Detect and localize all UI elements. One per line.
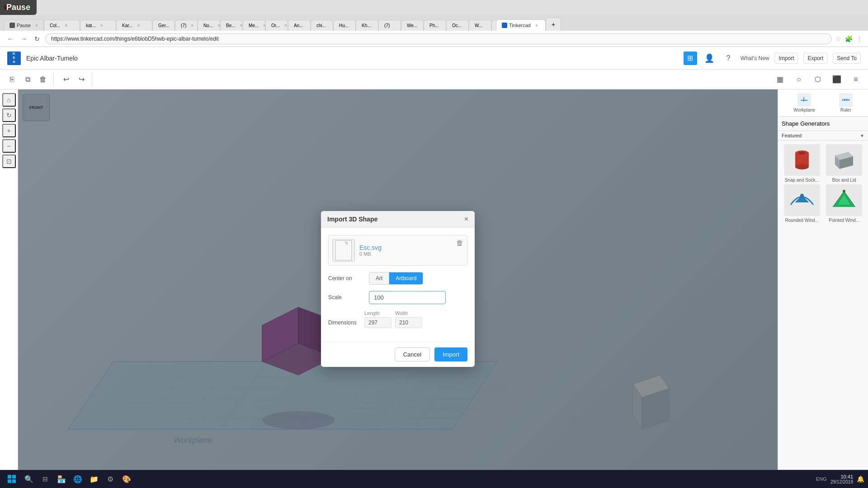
import-modal: Import 3D Shape ×	[321, 211, 475, 367]
taskbar-files[interactable]: 📁	[87, 472, 101, 486]
tab-te[interactable]: Te...	[491, 20, 496, 31]
view-mode-grid[interactable]: ▦	[773, 73, 787, 86]
taskbar-search[interactable]: 🔍	[22, 472, 36, 486]
app-title: Epic Albar-Tumelo	[26, 55, 678, 62]
width-value: 210	[395, 317, 422, 328]
tab-tinkercad[interactable]: Tinkercad ×	[496, 19, 546, 31]
home-btn[interactable]: ⌂	[2, 93, 16, 107]
extensions-icon[interactable]: 🧩	[845, 35, 853, 42]
tab-close-pause[interactable]: ×	[35, 23, 38, 28]
rounded-wind-thumb	[784, 184, 820, 216]
tab-col[interactable]: Col...×	[44, 20, 80, 31]
refresh-btn[interactable]: ↻	[33, 34, 42, 43]
zoom-out-btn[interactable]: −	[2, 139, 16, 153]
workplane-tool[interactable]: Workplane	[793, 93, 815, 113]
taskbar-blender[interactable]: 🎨	[119, 472, 134, 486]
file-row: Esc.svg 0 MB 🗑	[328, 235, 467, 266]
rotate-btn[interactable]: ↻	[2, 108, 16, 122]
tab-no[interactable]: No...×	[198, 20, 220, 31]
view-mode-box[interactable]: ⬛	[830, 73, 844, 86]
person-icon-btn[interactable]: 👤	[703, 52, 716, 65]
delete-btn[interactable]: 🗑	[36, 73, 50, 86]
tab-7[interactable]: (7)×	[175, 20, 198, 31]
tab-kh[interactable]: Kh...	[356, 20, 378, 31]
box-lid-thumb	[826, 144, 862, 176]
svg-point-41	[843, 190, 845, 192]
taskbar-date-value: 29/12/2018	[830, 479, 853, 484]
width-field: Width 210	[395, 310, 422, 328]
undo-btn[interactable]: ↩	[59, 73, 73, 86]
scale-label: Scale	[328, 294, 364, 300]
paste-btn[interactable]: ⧉	[21, 73, 34, 86]
tab-or[interactable]: Or...×	[265, 20, 288, 31]
dropdown-chevron[interactable]: ▼	[860, 133, 864, 138]
shape-box-lid[interactable]: Box and Lid	[824, 144, 865, 183]
featured-header: Featured ▼	[778, 131, 868, 141]
bookmark-icon[interactable]: ☆	[835, 35, 841, 42]
tab-ph[interactable]: Ph...	[424, 20, 446, 31]
view-mode-hex[interactable]: ⬡	[811, 73, 825, 86]
grid-view-btn[interactable]: ⊞	[684, 52, 697, 65]
tab-bar: Pause × Col...× kat...× Kar...× Ger...× …	[0, 14, 868, 31]
taskbar-edge[interactable]: 🌐	[71, 472, 85, 486]
import-btn[interactable]: Import	[774, 53, 798, 64]
tab-hu[interactable]: Hu...	[333, 20, 356, 31]
view-mode-list[interactable]: ≡	[849, 73, 863, 86]
tab-chi[interactable]: chi...	[311, 20, 333, 31]
modal-close-btn[interactable]: ×	[464, 216, 468, 223]
modal-title: Import 3D Shape	[327, 216, 377, 223]
export-btn[interactable]: Export	[803, 53, 827, 64]
center-on-label: Center on	[328, 275, 364, 282]
tab-pause[interactable]: Pause ×	[4, 19, 44, 31]
shape-rounded-wind[interactable]: Rounded Wind...	[782, 184, 822, 223]
notification-icon[interactable]: 🔔	[857, 475, 864, 483]
tab-kat2[interactable]: Kar...×	[116, 20, 152, 31]
length-value: 297	[364, 317, 392, 328]
fit-btn[interactable]: ⊡	[2, 155, 16, 168]
menu-icon[interactable]: ⋮	[856, 35, 863, 42]
forward-btn[interactable]: →	[19, 34, 29, 43]
shape-pointed-wind[interactable]: Pointed Wind...	[824, 184, 865, 223]
back-btn[interactable]: ←	[5, 34, 15, 43]
tab-an[interactable]: An...	[288, 20, 311, 31]
tab-me[interactable]: Me...×	[243, 20, 265, 31]
cancel-btn[interactable]: Cancel	[395, 347, 430, 361]
import-btn-modal[interactable]: Import	[434, 347, 467, 361]
app: KEA Epic Albar-Tumelo ⊞ 👤 ? What's New I…	[0, 47, 868, 488]
tab-close-tinkercad[interactable]: ×	[535, 23, 538, 28]
tab-w[interactable]: W...	[469, 20, 491, 31]
tab-oc[interactable]: Oc...	[446, 20, 469, 31]
shape-snap-sock[interactable]: Snap and Sock...	[782, 144, 822, 183]
zoom-in-btn[interactable]: +	[2, 124, 16, 137]
rounded-wind-svg	[786, 187, 818, 214]
copy-btn[interactable]: ⎘	[5, 73, 19, 86]
address-input[interactable]	[45, 33, 832, 44]
header-actions: ⊞ 👤 ? What's New Import Export Send To	[684, 52, 861, 65]
file-delete-btn[interactable]: 🗑	[456, 239, 463, 247]
tab-ger[interactable]: Ger...×	[152, 20, 175, 31]
tab-be[interactable]: Be...×	[220, 20, 243, 31]
ruler-tool[interactable]: Ruler	[839, 93, 853, 113]
tab-new[interactable]: +	[546, 18, 561, 31]
whats-new-btn[interactable]: What's New	[741, 55, 769, 61]
scale-input[interactable]	[369, 291, 446, 304]
shape-generators-label: Shape Generators	[782, 120, 830, 127]
tab-7b[interactable]: (7)	[378, 20, 401, 31]
artboard-btn[interactable]: Artboard	[389, 272, 423, 284]
taskbar-store[interactable]: 🏪	[54, 472, 69, 486]
view-mode-circle[interactable]: ○	[792, 73, 806, 86]
question-btn[interactable]: ?	[722, 52, 735, 65]
taskbar-settings[interactable]: ⚙	[103, 472, 118, 486]
art-btn[interactable]: Art	[369, 272, 389, 284]
redo-btn[interactable]: ↪	[75, 73, 88, 86]
app-logo: KEA	[7, 52, 21, 65]
viewport[interactable]: FRONT	[18, 89, 778, 488]
title-bar	[0, 0, 868, 14]
ruler-icon	[841, 95, 850, 104]
taskbar-task-view[interactable]: ⊟	[38, 472, 52, 486]
taskbar-start[interactable]	[4, 471, 20, 487]
workplane-label: Workplane	[793, 108, 815, 113]
tab-kat1[interactable]: kat...×	[80, 20, 116, 31]
send-to-btn[interactable]: Send To	[833, 53, 861, 64]
tab-we[interactable]: We...	[401, 20, 424, 31]
